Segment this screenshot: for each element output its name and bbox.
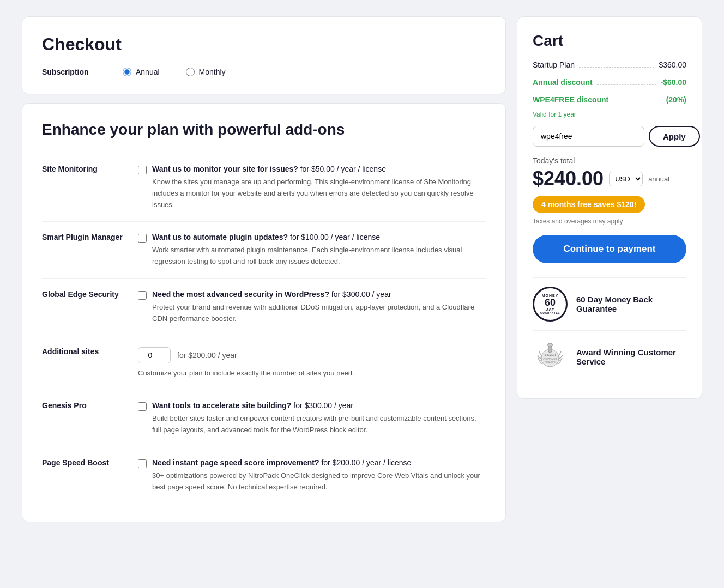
addon-checkbox-smart-plugin-manager[interactable] [138,234,147,243]
addon-text-page-speed-boost: Need instant page speed score improvemen… [152,458,486,493]
cart-lines: Startup Plan$360.00Annual discount-$60.0… [533,60,686,108]
cart-line-dots-0 [579,67,654,68]
cart-line-value-1: -$60.00 [661,78,686,87]
addon-text-genesis-pro: Want tools to accelerate site building? … [152,401,486,436]
right-column: Cart Startup Plan$360.00Annual discount-… [517,16,702,522]
addon-row-site-monitoring: Site MonitoringWant us to monitor your s… [42,154,486,222]
silver-award-svg: SILVER CUSTOMER SERVICE [533,340,568,374]
addon-checkbox-wrap-genesis-pro [138,401,147,436]
addon-checkbox-wrap-page-speed-boost [138,458,147,493]
addon-content-genesis-pro: Want tools to accelerate site building? … [138,401,486,436]
addon-heading-smart-plugin-manager: Want us to automate plugin updates? for … [152,233,486,241]
addon-checkbox-wrap-global-edge-security [138,290,147,325]
trust-divider-2 [533,330,686,331]
cart-title: Cart [533,32,686,50]
addon-text-global-edge-security: Need the most advanced security in WordP… [152,290,486,325]
svg-text:SERVICE: SERVICE [545,361,556,364]
apply-button[interactable]: Apply [649,126,700,147]
addon-checkbox-genesis-pro[interactable] [138,402,147,411]
addons-card: Enhance your plan with powerful add-ons … [22,103,506,522]
checkout-title: Checkout [42,34,486,54]
addon-label-additional-sites: Additional sites [42,346,99,356]
cart-line-value-2: (20%) [666,95,686,104]
addon-desc-page-speed-boost: 30+ optimizations powered by NitroPack O… [152,470,486,493]
subscription-row: Subscription Annual Monthly [42,68,486,76]
award-label: Award Winning Customer Service [576,348,686,366]
cart-line-label-1: Annual discount [533,78,593,87]
savings-badge: 4 months free saves $120! [533,196,645,213]
addon-row-smart-plugin-manager: Smart Plugin ManagerWant us to automate … [42,222,486,279]
addon-text-additional-sites: for $200.00 / yearCustomize your plan to… [138,347,486,379]
trust-divider [533,277,686,278]
svg-text:SILVER: SILVER [544,353,556,356]
60day-badge-icon: MONEY 60 DAY GUARANTEE [533,287,568,322]
addon-desc-global-edge-security: Protect your brand and revenue with addi… [152,302,486,325]
cart-line-1: Annual discount-$60.00 [533,78,686,91]
continue-to-payment-button[interactable]: Continue to payment [533,235,686,263]
annual-option[interactable]: Annual [123,68,160,76]
coupon-input[interactable] [533,126,644,147]
cart-line-dots-2 [613,102,661,102]
additional-sites-input[interactable] [138,347,171,363]
cart-line-label-0: Startup Plan [533,60,575,69]
addon-desc-smart-plugin-manager: Work smarter with automated plugin maint… [152,245,486,268]
monthly-label: Monthly [199,68,226,76]
subscription-label: Subscription [42,68,96,76]
addon-content-site-monitoring: Want us to monitor your site for issues?… [138,165,486,210]
cart-line-label-2: WPE4FREE discount [533,95,608,104]
cart-line-value-0: $360.00 [659,60,686,69]
coupon-row: Apply [533,126,686,147]
60day-badge: MONEY 60 DAY GUARANTEE [533,287,568,322]
addons-title: Enhance your plan with powerful add-ons [42,121,486,138]
addon-checkbox-site-monitoring[interactable] [138,166,147,174]
addon-label-col-page-speed-boost: Page Speed Boost [42,458,129,493]
annual-radio[interactable] [123,68,131,76]
addon-content-page-speed-boost: Need instant page speed score improvemen… [138,458,486,493]
addon-label-smart-plugin-manager: Smart Plugin Manager [42,232,123,241]
badge-number: 60 [545,298,556,307]
cart-line-dots-1 [597,84,656,85]
additional-sites-input-row: for $200.00 / year [138,347,486,363]
addon-heading-site-monitoring: Want us to monitor your site for issues?… [152,165,486,173]
addon-desc-site-monitoring: Know the sites you manage are up and per… [152,177,486,210]
addon-row-genesis-pro: Genesis ProWant tools to accelerate site… [42,390,486,447]
annual-label: Annual [136,68,160,76]
money-back-row: MONEY 60 DAY GUARANTEE 60 Day Money Back… [533,287,686,322]
addon-heading-page-speed-boost: Need instant page speed score improvemen… [152,458,486,467]
addon-desc-additional-sites: Customize your plan to include exactly t… [138,368,486,379]
wpe-valid-text: Valid for 1 year [533,111,686,118]
svg-point-2 [547,343,553,347]
addon-desc-genesis-pro: Build better sites faster and empower co… [152,413,486,436]
money-back-label: 60 Day Money Back Guarantee [576,295,686,313]
cart-card: Cart Startup Plan$360.00Annual discount-… [517,16,702,399]
page-layout: Checkout Subscription Annual Monthly Enh… [22,16,702,522]
addon-content-smart-plugin-manager: Want us to automate plugin updates? for … [138,233,486,268]
monthly-radio[interactable] [186,68,195,76]
addon-row-additional-sites: Additional sitesfor $200.00 / yearCustom… [42,336,486,391]
award-badge-icon: SILVER CUSTOMER SERVICE [533,340,568,374]
badge-day-text: DAY [545,307,554,311]
addons-list: Site MonitoringWant us to monitor your s… [42,154,486,504]
addon-label-site-monitoring: Site Monitoring [42,163,98,173]
addon-checkbox-page-speed-boost[interactable] [138,459,147,468]
addon-text-site-monitoring: Want us to monitor your site for issues?… [152,165,486,210]
addon-heading-global-edge-security: Need the most advanced security in WordP… [152,290,486,299]
addon-checkbox-wrap-smart-plugin-manager [138,233,147,268]
additional-sites-price: for $200.00 / year [177,351,237,360]
svg-text:CUSTOMER: CUSTOMER [543,358,557,361]
addon-label-col-genesis-pro: Genesis Pro [42,401,129,436]
cart-line-2: WPE4FREE discount(20%) [533,95,686,108]
addon-label-col-global-edge-security: Global Edge Security [42,290,129,325]
addon-checkbox-global-edge-security[interactable] [138,291,147,300]
total-row: $240.00 USD EUR GBP annual [533,167,686,190]
tax-note: Taxes and overages may apply [533,217,686,225]
addon-text-smart-plugin-manager: Want us to automate plugin updates? for … [152,233,486,268]
addon-label-col-site-monitoring: Site Monitoring [42,165,129,210]
addon-heading-genesis-pro: Want tools to accelerate site building? … [152,401,486,410]
addon-label-col-smart-plugin-manager: Smart Plugin Manager [42,233,129,268]
currency-select[interactable]: USD EUR GBP [609,172,643,186]
addon-row-page-speed-boost: Page Speed BoostNeed instant page speed … [42,447,486,504]
monthly-option[interactable]: Monthly [186,68,226,76]
addon-checkbox-wrap-site-monitoring [138,165,147,210]
addon-row-global-edge-security: Global Edge SecurityNeed the most advanc… [42,279,486,336]
